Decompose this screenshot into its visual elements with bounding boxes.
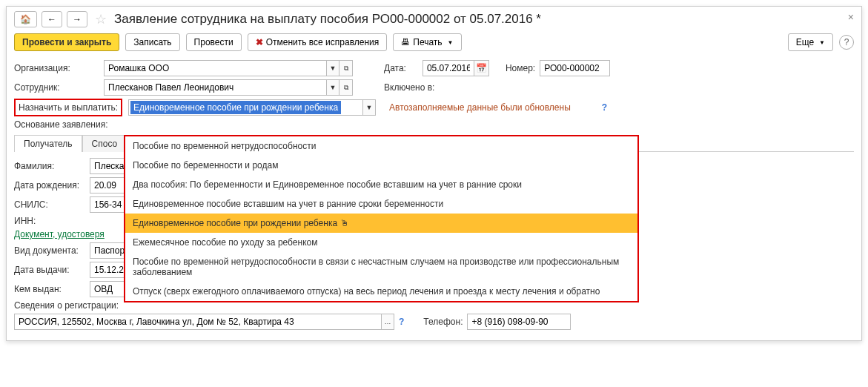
help-icon[interactable]: ?: [602, 102, 607, 113]
tab-recipient[interactable]: Получатель: [14, 135, 82, 152]
cursor-icon: 🖱: [340, 218, 349, 228]
submit-close-button[interactable]: Провести и закрыть: [14, 33, 119, 51]
reg-input[interactable]: [14, 314, 381, 330]
submit-button[interactable]: Провести: [186, 33, 242, 51]
tab-method[interactable]: Спосо: [82, 135, 127, 152]
number-label: Номер:: [506, 63, 535, 73]
dropdown-item-selected[interactable]: Единовременное пособие при рождении ребе…: [125, 214, 637, 233]
assign-pay-combo[interactable]: Единовременное пособие при рождении ребе…: [128, 99, 376, 116]
reg-combo[interactable]: …: [14, 314, 394, 330]
dropdown-item[interactable]: Пособие по временной нетрудоспособности: [125, 136, 637, 156]
date-label: Дата:: [384, 63, 406, 73]
employee-combo[interactable]: ▼ ⧉: [104, 79, 353, 96]
chevron-down-icon[interactable]: ▼: [362, 99, 376, 116]
dropdown-item[interactable]: Ежемесячное пособие по уходу за ребенком: [125, 233, 637, 252]
assign-pay-dropdown[interactable]: Пособие по временной нетрудоспособности …: [124, 135, 639, 302]
help-icon[interactable]: ?: [839, 35, 854, 50]
assign-pay-label-box: Назначить и выплатить:: [14, 99, 122, 116]
window: × 🏠 ← → ☆ Заявление сотрудника на выплат…: [6, 6, 862, 341]
snils-label: СНИЛС:: [14, 199, 85, 210]
star-icon[interactable]: ☆: [95, 11, 107, 27]
dropdown-item[interactable]: Отпуск (сверх ежегодного оплачиваемого о…: [125, 282, 637, 301]
autofill-message: Автозаполняемые данные были обновлены: [389, 102, 571, 113]
assign-pay-label: Назначить и выплатить:: [19, 102, 118, 113]
lastname-label: Фамилия:: [14, 161, 85, 171]
print-icon: 🖶: [401, 37, 410, 47]
forward-button[interactable]: →: [67, 11, 87, 27]
chevron-down-icon[interactable]: ▼: [326, 60, 339, 76]
included-label: Включено в:: [384, 82, 434, 93]
inn-label: ИНН:: [14, 216, 85, 226]
save-button[interactable]: Записать: [125, 33, 179, 51]
dropdown-item[interactable]: Пособие по беременности и родам: [125, 156, 637, 175]
print-button[interactable]: 🖶Печать▼: [393, 33, 461, 51]
phone-label: Телефон:: [423, 317, 463, 327]
ellipsis-icon[interactable]: …: [381, 314, 394, 330]
chevron-down-icon: ▼: [448, 39, 454, 46]
open-icon[interactable]: ⧉: [339, 79, 353, 96]
assign-pay-value: Единовременное пособие при рождении ребе…: [130, 101, 341, 114]
issue-date-label: Дата выдачи:: [14, 265, 85, 275]
open-icon[interactable]: ⧉: [339, 60, 353, 76]
dropdown-item[interactable]: Два пособия: По беременности и Единоврем…: [125, 175, 637, 194]
cancel-icon: ✖: [256, 37, 263, 47]
birthdate-label: Дата рождения:: [14, 180, 85, 191]
phone-input[interactable]: [467, 314, 571, 330]
date-input[interactable]: 📅: [423, 60, 489, 76]
more-button[interactable]: Еще▼: [788, 33, 833, 51]
toolbar: Провести и закрыть Записать Провести ✖От…: [14, 33, 854, 51]
dropdown-item[interactable]: Пособие по временной нетрудоспособности …: [125, 252, 637, 282]
chevron-down-icon[interactable]: ▼: [326, 79, 339, 96]
employee-label: Сотрудник:: [14, 82, 99, 93]
doctype-label: Вид документа:: [14, 245, 85, 256]
home-button[interactable]: 🏠: [14, 11, 37, 27]
reg-label: Сведения о регистрации:: [14, 300, 119, 311]
employee-input[interactable]: [104, 79, 326, 96]
help-icon[interactable]: ?: [399, 317, 404, 327]
close-icon[interactable]: ×: [848, 11, 854, 23]
dropdown-item[interactable]: Единовременное пособие вставшим на учет …: [125, 194, 637, 214]
title-bar: 🏠 ← → ☆ Заявление сотрудника на выплату …: [14, 11, 854, 27]
issued-by-label: Кем выдан:: [14, 284, 85, 294]
cancel-fixes-button[interactable]: ✖Отменить все исправления: [248, 33, 388, 51]
org-input[interactable]: [104, 60, 326, 76]
org-combo[interactable]: ▼ ⧉: [104, 60, 353, 76]
basis-label: Основание заявления:: [14, 119, 110, 130]
org-label: Организация:: [14, 63, 99, 73]
calendar-icon[interactable]: 📅: [474, 60, 489, 76]
chevron-down-icon: ▼: [819, 39, 825, 46]
page-title: Заявление сотрудника на выплату пособия …: [114, 12, 541, 27]
number-input[interactable]: [540, 60, 610, 76]
back-button[interactable]: ←: [42, 11, 62, 27]
doc-link[interactable]: Документ, удостоверя: [14, 229, 105, 239]
